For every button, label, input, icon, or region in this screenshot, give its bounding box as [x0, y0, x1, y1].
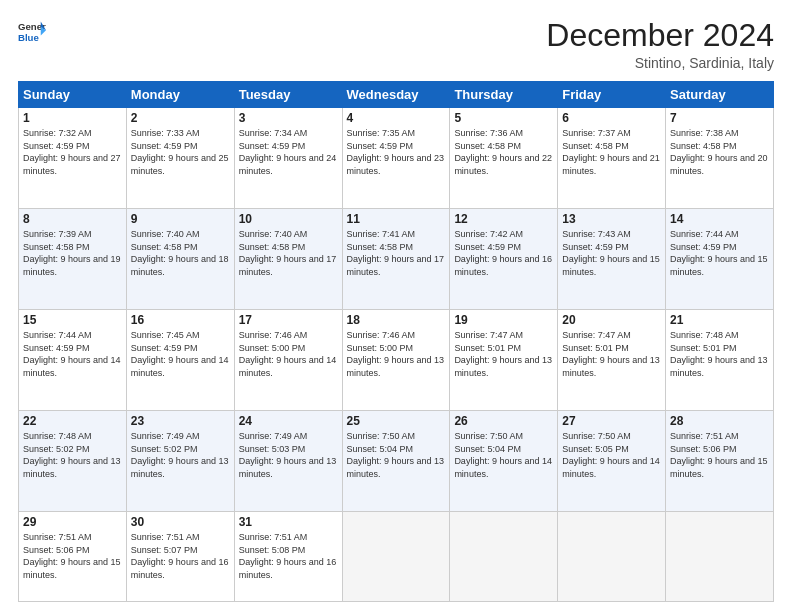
title-block: December 2024 Stintino, Sardinia, Italy: [546, 18, 774, 71]
day-info: Sunrise: 7:39 AMSunset: 4:58 PMDaylight:…: [23, 229, 121, 277]
table-row: 29 Sunrise: 7:51 AMSunset: 5:06 PMDaylig…: [19, 512, 127, 602]
day-info: Sunrise: 7:51 AMSunset: 5:06 PMDaylight:…: [670, 431, 768, 479]
header: General Blue December 2024 Stintino, Sar…: [18, 18, 774, 71]
day-number: 2: [131, 111, 230, 125]
day-info: Sunrise: 7:50 AMSunset: 5:04 PMDaylight:…: [454, 431, 552, 479]
day-info: Sunrise: 7:44 AMSunset: 4:59 PMDaylight:…: [23, 330, 121, 378]
day-number: 29: [23, 515, 122, 529]
day-number: 7: [670, 111, 769, 125]
table-row: 17 Sunrise: 7:46 AMSunset: 5:00 PMDaylig…: [234, 310, 342, 411]
day-number: 21: [670, 313, 769, 327]
day-number: 13: [562, 212, 661, 226]
svg-text:Blue: Blue: [18, 32, 39, 43]
day-info: Sunrise: 7:41 AMSunset: 4:58 PMDaylight:…: [347, 229, 445, 277]
page: General Blue December 2024 Stintino, Sar…: [0, 0, 792, 612]
day-info: Sunrise: 7:42 AMSunset: 4:59 PMDaylight:…: [454, 229, 552, 277]
day-number: 1: [23, 111, 122, 125]
calendar-week-row: 29 Sunrise: 7:51 AMSunset: 5:06 PMDaylig…: [19, 512, 774, 602]
table-row: 5 Sunrise: 7:36 AMSunset: 4:58 PMDayligh…: [450, 108, 558, 209]
col-sunday: Sunday: [19, 82, 127, 108]
table-row: 1 Sunrise: 7:32 AMSunset: 4:59 PMDayligh…: [19, 108, 127, 209]
day-info: Sunrise: 7:37 AMSunset: 4:58 PMDaylight:…: [562, 128, 660, 176]
col-monday: Monday: [126, 82, 234, 108]
day-info: Sunrise: 7:40 AMSunset: 4:58 PMDaylight:…: [239, 229, 337, 277]
col-tuesday: Tuesday: [234, 82, 342, 108]
day-number: 18: [347, 313, 446, 327]
month-title: December 2024: [546, 18, 774, 53]
day-number: 20: [562, 313, 661, 327]
table-row: 4 Sunrise: 7:35 AMSunset: 4:59 PMDayligh…: [342, 108, 450, 209]
day-info: Sunrise: 7:46 AMSunset: 5:00 PMDaylight:…: [239, 330, 337, 378]
calendar-header-row: Sunday Monday Tuesday Wednesday Thursday…: [19, 82, 774, 108]
table-row: 7 Sunrise: 7:38 AMSunset: 4:58 PMDayligh…: [666, 108, 774, 209]
day-info: Sunrise: 7:49 AMSunset: 5:03 PMDaylight:…: [239, 431, 337, 479]
day-number: 8: [23, 212, 122, 226]
day-info: Sunrise: 7:51 AMSunset: 5:07 PMDaylight:…: [131, 532, 229, 580]
day-info: Sunrise: 7:33 AMSunset: 4:59 PMDaylight:…: [131, 128, 229, 176]
day-info: Sunrise: 7:45 AMSunset: 4:59 PMDaylight:…: [131, 330, 229, 378]
day-info: Sunrise: 7:48 AMSunset: 5:01 PMDaylight:…: [670, 330, 768, 378]
day-info: Sunrise: 7:35 AMSunset: 4:59 PMDaylight:…: [347, 128, 445, 176]
col-friday: Friday: [558, 82, 666, 108]
day-number: 17: [239, 313, 338, 327]
table-row: [342, 512, 450, 602]
day-info: Sunrise: 7:46 AMSunset: 5:00 PMDaylight:…: [347, 330, 445, 378]
table-row: 27 Sunrise: 7:50 AMSunset: 5:05 PMDaylig…: [558, 411, 666, 512]
day-info: Sunrise: 7:47 AMSunset: 5:01 PMDaylight:…: [562, 330, 660, 378]
table-row: 2 Sunrise: 7:33 AMSunset: 4:59 PMDayligh…: [126, 108, 234, 209]
day-info: Sunrise: 7:34 AMSunset: 4:59 PMDaylight:…: [239, 128, 337, 176]
table-row: 6 Sunrise: 7:37 AMSunset: 4:58 PMDayligh…: [558, 108, 666, 209]
day-info: Sunrise: 7:50 AMSunset: 5:04 PMDaylight:…: [347, 431, 445, 479]
day-number: 6: [562, 111, 661, 125]
logo: General Blue: [18, 18, 46, 46]
day-number: 16: [131, 313, 230, 327]
col-wednesday: Wednesday: [342, 82, 450, 108]
day-info: Sunrise: 7:40 AMSunset: 4:58 PMDaylight:…: [131, 229, 229, 277]
day-info: Sunrise: 7:51 AMSunset: 5:08 PMDaylight:…: [239, 532, 337, 580]
table-row: 20 Sunrise: 7:47 AMSunset: 5:01 PMDaylig…: [558, 310, 666, 411]
day-info: Sunrise: 7:44 AMSunset: 4:59 PMDaylight:…: [670, 229, 768, 277]
table-row: 15 Sunrise: 7:44 AMSunset: 4:59 PMDaylig…: [19, 310, 127, 411]
table-row: 31 Sunrise: 7:51 AMSunset: 5:08 PMDaylig…: [234, 512, 342, 602]
day-info: Sunrise: 7:36 AMSunset: 4:58 PMDaylight:…: [454, 128, 552, 176]
table-row: 8 Sunrise: 7:39 AMSunset: 4:58 PMDayligh…: [19, 209, 127, 310]
day-info: Sunrise: 7:38 AMSunset: 4:58 PMDaylight:…: [670, 128, 768, 176]
day-number: 27: [562, 414, 661, 428]
table-row: 26 Sunrise: 7:50 AMSunset: 5:04 PMDaylig…: [450, 411, 558, 512]
day-info: Sunrise: 7:51 AMSunset: 5:06 PMDaylight:…: [23, 532, 121, 580]
calendar-week-row: 15 Sunrise: 7:44 AMSunset: 4:59 PMDaylig…: [19, 310, 774, 411]
day-number: 22: [23, 414, 122, 428]
day-info: Sunrise: 7:49 AMSunset: 5:02 PMDaylight:…: [131, 431, 229, 479]
table-row: 9 Sunrise: 7:40 AMSunset: 4:58 PMDayligh…: [126, 209, 234, 310]
table-row: 3 Sunrise: 7:34 AMSunset: 4:59 PMDayligh…: [234, 108, 342, 209]
day-number: 30: [131, 515, 230, 529]
table-row: 11 Sunrise: 7:41 AMSunset: 4:58 PMDaylig…: [342, 209, 450, 310]
table-row: 16 Sunrise: 7:45 AMSunset: 4:59 PMDaylig…: [126, 310, 234, 411]
calendar-table: Sunday Monday Tuesday Wednesday Thursday…: [18, 81, 774, 602]
day-number: 11: [347, 212, 446, 226]
day-number: 14: [670, 212, 769, 226]
day-number: 31: [239, 515, 338, 529]
table-row: 24 Sunrise: 7:49 AMSunset: 5:03 PMDaylig…: [234, 411, 342, 512]
day-number: 24: [239, 414, 338, 428]
day-info: Sunrise: 7:48 AMSunset: 5:02 PMDaylight:…: [23, 431, 121, 479]
day-number: 15: [23, 313, 122, 327]
day-number: 19: [454, 313, 553, 327]
table-row: 30 Sunrise: 7:51 AMSunset: 5:07 PMDaylig…: [126, 512, 234, 602]
col-thursday: Thursday: [450, 82, 558, 108]
day-number: 12: [454, 212, 553, 226]
day-number: 3: [239, 111, 338, 125]
day-info: Sunrise: 7:47 AMSunset: 5:01 PMDaylight:…: [454, 330, 552, 378]
table-row: 14 Sunrise: 7:44 AMSunset: 4:59 PMDaylig…: [666, 209, 774, 310]
table-row: [558, 512, 666, 602]
calendar-week-row: 8 Sunrise: 7:39 AMSunset: 4:58 PMDayligh…: [19, 209, 774, 310]
table-row: 18 Sunrise: 7:46 AMSunset: 5:00 PMDaylig…: [342, 310, 450, 411]
table-row: 10 Sunrise: 7:40 AMSunset: 4:58 PMDaylig…: [234, 209, 342, 310]
day-number: 9: [131, 212, 230, 226]
table-row: [450, 512, 558, 602]
day-info: Sunrise: 7:50 AMSunset: 5:05 PMDaylight:…: [562, 431, 660, 479]
col-saturday: Saturday: [666, 82, 774, 108]
table-row: 28 Sunrise: 7:51 AMSunset: 5:06 PMDaylig…: [666, 411, 774, 512]
table-row: [666, 512, 774, 602]
calendar-week-row: 1 Sunrise: 7:32 AMSunset: 4:59 PMDayligh…: [19, 108, 774, 209]
